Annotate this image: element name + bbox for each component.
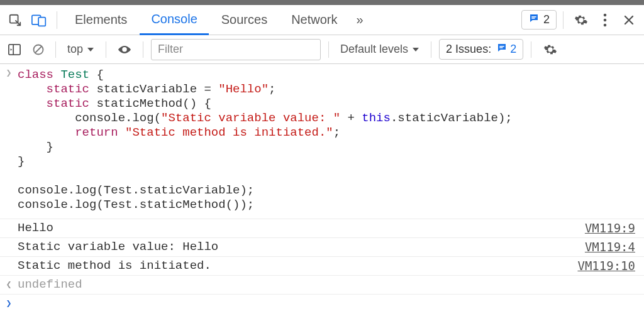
tab-sources[interactable]: Sources bbox=[210, 5, 279, 35]
svg-rect-3 bbox=[531, 16, 536, 18]
levels-label: Default levels bbox=[340, 43, 408, 56]
console-log-row: Static variable value: Hello VM119:4 bbox=[0, 238, 644, 257]
source-link[interactable]: VM119:4 bbox=[585, 238, 644, 254]
tab-network[interactable]: Network bbox=[280, 5, 348, 35]
svg-rect-10 bbox=[499, 46, 504, 47]
svg-point-7 bbox=[604, 23, 607, 26]
issues-label: 2 Issues: bbox=[446, 43, 491, 56]
input-chevron-icon: ❯ bbox=[0, 64, 18, 81]
log-levels-selector[interactable]: Default levels bbox=[336, 43, 423, 56]
console-return-row: ❮ undefined bbox=[0, 276, 644, 295]
tab-label: Sources bbox=[221, 13, 267, 27]
separator bbox=[563, 11, 564, 29]
console-input-row: ❯ class Test { static staticVariable = "… bbox=[0, 64, 644, 219]
gutter bbox=[0, 257, 18, 259]
log-message: Static variable value: Hello bbox=[18, 238, 585, 256]
return-chevron-icon: ❮ bbox=[0, 276, 18, 293]
gutter bbox=[0, 219, 18, 222]
svg-rect-2 bbox=[38, 17, 45, 26]
issues-badge[interactable]: 2 Issues: 2 bbox=[439, 39, 523, 60]
gutter bbox=[0, 238, 18, 241]
inspect-icon[interactable] bbox=[4, 9, 26, 31]
issues-count: 2 bbox=[510, 43, 516, 56]
kebab-menu-icon[interactable] bbox=[594, 9, 616, 31]
source-link[interactable]: VM119:10 bbox=[577, 257, 644, 273]
tab-label: Console bbox=[151, 12, 197, 26]
separator bbox=[143, 41, 143, 58]
context-selector[interactable]: top bbox=[64, 43, 98, 56]
device-toggle-icon[interactable] bbox=[28, 9, 50, 31]
tab-elements[interactable]: Elements bbox=[64, 5, 138, 35]
clear-console-icon[interactable] bbox=[29, 38, 48, 61]
log-message: Static method is initiated. bbox=[18, 257, 577, 275]
console-toolbar: top Default levels 2 Issues: 2 bbox=[0, 35, 644, 64]
separator bbox=[328, 41, 329, 58]
live-expression-icon[interactable] bbox=[114, 38, 135, 61]
chevron-down-icon bbox=[412, 43, 419, 56]
prompt-chevron-icon: ❯ bbox=[0, 295, 18, 312]
tab-label: Network bbox=[291, 13, 337, 27]
tab-console[interactable]: Console bbox=[140, 5, 208, 35]
return-value: undefined bbox=[18, 276, 644, 294]
log-message: Hello bbox=[18, 219, 585, 237]
separator bbox=[57, 11, 57, 29]
separator bbox=[531, 41, 531, 58]
settings-icon[interactable] bbox=[570, 9, 592, 31]
close-icon[interactable] bbox=[618, 9, 640, 31]
sidebar-toggle-icon[interactable] bbox=[5, 38, 24, 61]
console-prompt[interactable] bbox=[18, 295, 644, 298]
console-prompt-row[interactable]: ❯ bbox=[0, 295, 644, 312]
console-log-row: Hello VM119:9 bbox=[0, 219, 644, 238]
console-input-code[interactable]: class Test { static staticVariable = "He… bbox=[18, 64, 644, 219]
svg-rect-4 bbox=[531, 18, 535, 19]
console-body: ❯ class Test { static staticVariable = "… bbox=[0, 64, 644, 312]
messages-badge[interactable]: 2 bbox=[521, 10, 557, 30]
tab-label: Elements bbox=[75, 13, 127, 27]
filter-input[interactable] bbox=[151, 39, 321, 60]
svg-point-5 bbox=[604, 13, 607, 16]
tabs-overflow[interactable]: » bbox=[350, 5, 370, 35]
chevron-double-right-icon: » bbox=[357, 13, 364, 27]
devtools-tabbar: Elements Console Sources Network » 2 bbox=[0, 5, 644, 35]
separator bbox=[106, 41, 106, 58]
source-link[interactable]: VM119:9 bbox=[585, 219, 644, 236]
separator bbox=[431, 41, 431, 58]
separator bbox=[55, 41, 56, 58]
context-label: top bbox=[67, 43, 83, 56]
message-icon bbox=[528, 13, 540, 27]
console-settings-icon[interactable] bbox=[539, 38, 562, 61]
svg-point-6 bbox=[604, 18, 607, 21]
messages-count: 2 bbox=[543, 13, 550, 26]
console-log-row: Static method is initiated. VM119:10 bbox=[0, 257, 644, 276]
chevron-down-icon bbox=[87, 43, 94, 56]
svg-rect-11 bbox=[499, 47, 502, 48]
message-icon bbox=[496, 42, 508, 57]
